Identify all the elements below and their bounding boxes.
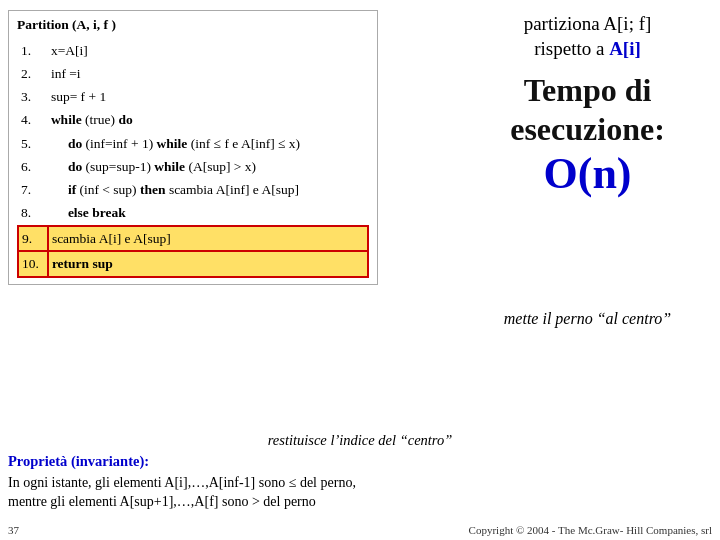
partisan-text: partiziona A[i; f] rispetto a A[i] [465, 12, 710, 61]
line-num: 5. [18, 132, 48, 155]
code-line-7: 7. if (inf < sup) then scambia A[inf] e … [18, 179, 368, 202]
line-num: 10. [18, 251, 48, 276]
code-panel: Partition (A, i, f ) 1. x=A[i] 2. inf =i [8, 10, 378, 285]
line-code: if (inf < sup) then scambia A[inf] e A[s… [48, 179, 368, 202]
code-line-6: 6. do (sup=sup-1) while (A[sup] > x) [18, 155, 368, 178]
code-line-3: 3. sup= f + 1 [18, 86, 368, 109]
proprieta-line: Proprietà (invariante): [8, 453, 712, 470]
code-line-1: 1. x=A[i] [18, 39, 368, 62]
restituisce-line: restituisce l’indice del “centro” [8, 431, 712, 449]
highlight-ai: A[i] [609, 38, 641, 59]
code-table: 1. x=A[i] 2. inf =i 3. sup= f + 1 [17, 39, 369, 278]
line-code: do (sup=sup-1) while (A[sup] > x) [48, 155, 368, 178]
panel-title: Partition (A, i, f ) [17, 17, 369, 33]
line-code: sup= f + 1 [48, 86, 368, 109]
right-annotation: partiziona A[i; f] rispetto a A[i] Tempo… [465, 12, 710, 201]
line-num: 7. [18, 179, 48, 202]
line-code: x=A[i] [48, 39, 368, 62]
tempo-text: Tempo di esecuzione: [465, 71, 710, 148]
line-num: 4. [18, 109, 48, 132]
line-num: 3. [18, 86, 48, 109]
footer: 37 Copyright © 2004 - The Mc.Graw- Hill … [8, 524, 712, 536]
slide-container: Partition (A, i, f ) 1. x=A[i] 2. inf =i [0, 0, 720, 540]
line-code: else break [48, 202, 368, 226]
line-num: 8. [18, 202, 48, 226]
line-code: while (true) do [48, 109, 368, 132]
copyright: Copyright © 2004 - The Mc.Graw- Hill Com… [469, 524, 712, 536]
bottom-section: restituisce l’indice del “centro” Propri… [8, 431, 712, 512]
code-line-8: 8. else break [18, 202, 368, 226]
line-num: 2. [18, 62, 48, 85]
on-text: O(n) [465, 148, 710, 201]
line-code: do (inf=inf + 1) while (inf ≤ f e A[inf]… [48, 132, 368, 155]
line-num: 9. [18, 226, 48, 251]
proprieta-label: Proprietà (invariante): [8, 453, 149, 469]
description-line-2: mentre gli elementi A[sup+1],…,A[f] sono… [8, 492, 712, 512]
line-code: scambia A[i] e A[sup] [48, 226, 368, 251]
code-line-10: 10. return sup [18, 251, 368, 276]
line-code: inf =i [48, 62, 368, 85]
code-line-9: 9. scambia A[i] e A[sup] [18, 226, 368, 251]
line-num: 6. [18, 155, 48, 178]
content-area: Partition (A, i, f ) 1. x=A[i] 2. inf =i [0, 0, 720, 540]
restituisce-text: restituisce l’indice del “centro” [268, 432, 453, 448]
description-line-1: In ogni istante, gli elementi A[i],…,A[i… [8, 473, 712, 493]
line-code: return sup [48, 251, 368, 276]
code-line-2: 2. inf =i [18, 62, 368, 85]
code-line-5: 5. do (inf=inf + 1) while (inf ≤ f e A[i… [18, 132, 368, 155]
code-line-4: 4. while (true) do [18, 109, 368, 132]
page-number: 37 [8, 524, 19, 536]
line-num: 1. [18, 39, 48, 62]
perno-annotation: mette il perno “al centro” [465, 310, 710, 328]
